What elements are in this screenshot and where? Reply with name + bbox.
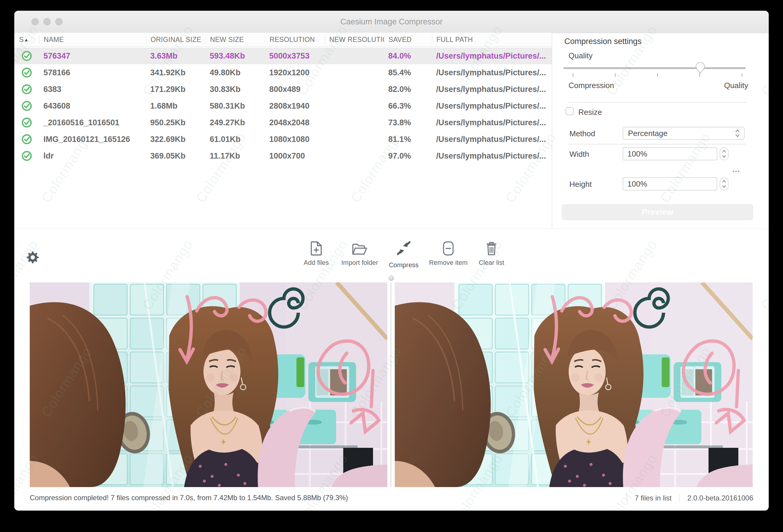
quality-slider-handle[interactable] <box>695 62 706 74</box>
cell-name: _20160516_1016501 <box>39 118 146 127</box>
cell-full-path: /Users/lymphatus/Pictures/... <box>432 68 552 77</box>
column-header-new-resolution[interactable]: NEW RESOLUTION <box>325 35 384 44</box>
cell-original-size: 322.69Kb <box>146 135 206 144</box>
watermark-text: Colormango <box>758 237 769 313</box>
height-stepper[interactable] <box>720 177 728 190</box>
clear-list-button[interactable]: Clear list <box>468 241 515 267</box>
compress-button[interactable]: Compress <box>380 241 428 269</box>
cell-saved: 97.0% <box>384 152 432 161</box>
splitter-handle-icon[interactable] <box>388 276 394 281</box>
cell-full-path: /Users/lymphatus/Pictures/... <box>432 118 552 127</box>
settings-title: Compression settings <box>564 37 642 46</box>
preview-button[interactable]: Preview <box>562 204 753 220</box>
cell-saved: 82.0% <box>384 85 432 94</box>
cell-status <box>14 51 39 61</box>
cell-new-size: 249.27Kb <box>206 118 265 127</box>
table-row[interactable]: IMG_20160121_165126322.69Kb61.01Kb1080x1… <box>14 131 552 148</box>
quality-slider[interactable] <box>563 67 746 69</box>
chevron-up-down-icon <box>722 179 726 189</box>
file-list: 5763473.63Mb593.48Kb5000x375384.0%/Users… <box>14 48 552 164</box>
method-value: Percentage <box>628 129 667 138</box>
trash-icon <box>485 241 498 256</box>
cell-original-size: 369.05Kb <box>146 152 206 161</box>
preview-splitter[interactable] <box>390 282 391 487</box>
slider-tick <box>657 73 658 77</box>
cell-original-size: 171.29Kb <box>146 85 206 94</box>
panel-divider <box>552 33 552 228</box>
files-count: 7 files in list <box>634 494 671 502</box>
remove-item-button[interactable]: Remove item <box>425 241 472 267</box>
chevron-up-down-icon <box>734 129 741 138</box>
status-bar: Compression completed! 7 files compresse… <box>14 487 769 510</box>
height-label: Height <box>569 180 592 189</box>
import-folder-label: Import folder <box>336 259 383 267</box>
app-version: 2.0.0-beta.20161006 <box>687 494 753 502</box>
slider-left-label: Compression <box>568 81 614 90</box>
remove-item-icon <box>442 241 454 256</box>
width-stepper[interactable] <box>720 147 728 160</box>
cell-new-size: 49.80Kb <box>206 68 265 77</box>
import-folder-button[interactable]: Import folder <box>336 241 383 267</box>
add-files-label: Add files <box>292 259 340 267</box>
cell-full-path: /Users/lymphatus/Pictures/... <box>432 52 552 61</box>
status-separator <box>679 494 680 503</box>
column-header-full-path[interactable]: FULL PATH <box>432 35 552 44</box>
sort-asc-icon: ▲ <box>24 37 29 42</box>
table-row[interactable]: 6436081.68Mb580.31Kb2808x194066.3%/Users… <box>14 98 552 114</box>
status-message: Compression completed! 7 files compresse… <box>30 494 348 502</box>
keep-ratio-more-button[interactable]: ... <box>730 165 743 174</box>
cell-new-size: 11.17Kb <box>206 152 265 161</box>
cell-saved: 84.0% <box>384 52 432 61</box>
cell-resolution: 2808x1940 <box>265 101 325 111</box>
table-row[interactable]: 5763473.63Mb593.48Kb5000x375384.0%/Users… <box>14 48 552 64</box>
width-input[interactable] <box>623 147 717 160</box>
table-row[interactable]: _20160516_1016501950.25Kb249.27Kb2048x20… <box>14 114 552 131</box>
cell-status <box>14 151 39 161</box>
cell-new-size: 593.48Kb <box>206 52 265 61</box>
toolbar-divider <box>14 228 769 228</box>
app-window: Caesium Image Compressor S▲ NAME ORIGINA… <box>14 11 769 510</box>
table-row[interactable]: 6383171.29Kb30.83Kb800x48982.0%/Users/ly… <box>14 81 552 98</box>
resize-label: Resize <box>578 108 602 117</box>
cell-name: IMG_20160121_165126 <box>39 135 146 144</box>
cell-name: 578166 <box>39 68 146 77</box>
cell-resolution: 2048x2048 <box>265 118 325 127</box>
cell-new-size: 61.01Kb <box>206 135 265 144</box>
column-header-status[interactable]: S▲ <box>14 35 39 44</box>
original-image-preview <box>30 282 387 487</box>
cell-resolution: 1920x1200 <box>265 68 325 77</box>
cell-name: 6383 <box>39 85 146 94</box>
method-select[interactable]: Percentage <box>623 127 745 140</box>
compress-label: Compress <box>380 261 428 269</box>
compressed-image-preview <box>395 282 753 487</box>
slider-right-label: Quality <box>697 81 748 90</box>
watermark-text: Colormango <box>758 22 769 98</box>
column-header-new-size[interactable]: NEW SIZE <box>206 35 265 44</box>
add-files-button[interactable]: Add files <box>292 241 340 267</box>
cell-original-size: 950.25Kb <box>146 118 206 127</box>
cell-full-path: /Users/lymphatus/Pictures/... <box>432 152 552 161</box>
cell-status <box>14 117 39 128</box>
cell-status <box>14 100 39 111</box>
column-header-name[interactable]: NAME <box>39 35 146 44</box>
slider-tick <box>615 73 616 77</box>
column-header-original-size[interactable]: ORIGINAL SIZE <box>146 35 206 44</box>
table-header: S▲ NAME ORIGINAL SIZE NEW SIZE RESOLUTIO… <box>14 33 552 47</box>
column-header-resolution[interactable]: RESOLUTION <box>265 35 325 44</box>
settings-gear-icon[interactable] <box>27 251 39 263</box>
cell-new-size: 580.31Kb <box>206 101 265 111</box>
table-row[interactable]: 578166341.92Kb49.80Kb1920x120085.4%/User… <box>14 64 552 81</box>
cell-status <box>14 134 39 145</box>
add-file-icon <box>309 241 323 256</box>
compressed-check-icon <box>22 67 32 78</box>
cell-saved: 85.4% <box>384 68 432 77</box>
cell-name: 643608 <box>39 101 146 111</box>
table-row[interactable]: ldr369.05Kb11.17Kb1000x70097.0%/Users/ly… <box>14 148 552 164</box>
column-header-saved[interactable]: SAVED <box>384 35 432 44</box>
cell-full-path: /Users/lymphatus/Pictures/... <box>432 135 552 144</box>
settings-divider-1 <box>568 102 747 103</box>
resize-checkbox[interactable] <box>566 107 573 115</box>
cell-saved: 73.8% <box>384 118 432 127</box>
window-title: Caesium Image Compressor <box>14 11 769 33</box>
height-input[interactable] <box>623 177 717 190</box>
